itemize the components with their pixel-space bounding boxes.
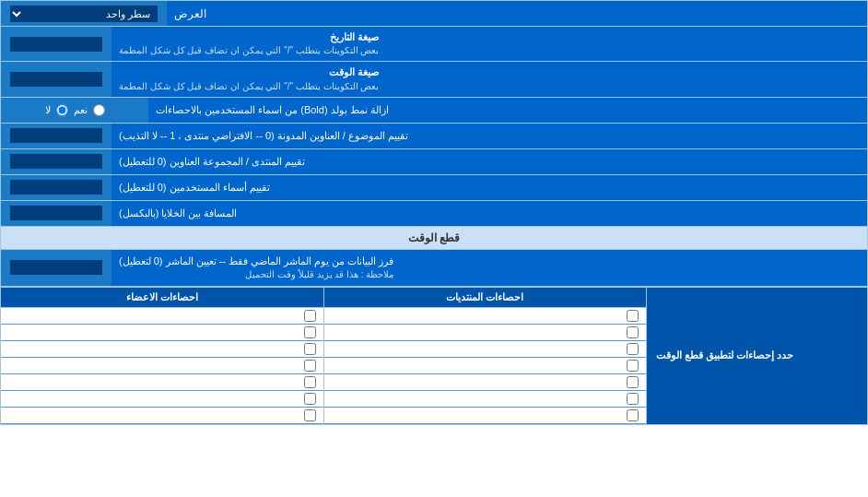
user-sort-input[interactable]: 0 [10, 180, 102, 195]
stats-forums-header: احصاءات المنتديات [324, 288, 647, 308]
stat-member-0-checkbox[interactable] [304, 310, 316, 322]
stats-item: آخر المشاركات [324, 308, 647, 325]
stats-item: أعلى الداعين [1, 358, 323, 374]
stats-item: اكثر المواضيع مشاهدة [324, 341, 647, 358]
time-format-label: صيغة الوقت بعض التكوينات يتطلب "/" التي … [111, 62, 867, 96]
bold-remove-label: ازالة نمط بولد (Bold) من اسماء المستخدمي… [148, 98, 867, 123]
stats-item: آخر مشاركات المدونة [324, 408, 647, 424]
stat-member-3-checkbox[interactable] [304, 360, 316, 372]
limit-label: حدد إحصاءات لتطبيق قطع الوقت [646, 288, 867, 424]
forum-sort-label: تقييم المنتدى / المجموعة العناوين (0 للت… [111, 149, 867, 174]
stats-item: المواضيع الساخنة [324, 358, 647, 374]
stats-members-header: احصاءات الاعضاء [1, 288, 323, 308]
time-format-input-cell: H:i [1, 62, 111, 96]
stat-forum-4-checkbox[interactable] [627, 376, 639, 388]
stat-forum-0-checkbox[interactable] [627, 310, 639, 322]
bold-yes-label: نعم [74, 104, 88, 116]
topic-sort-label: تقييم الموضوع / العناوين المدونة (0 -- ا… [111, 124, 867, 148]
user-sort-input-cell: 0 [1, 175, 111, 200]
dropdown-cell: سطر واحد [1, 1, 167, 26]
stats-item: أعلى المشاركين [1, 341, 323, 358]
stat-forum-5-checkbox[interactable] [627, 393, 639, 405]
stats-item: المنتديات الاكثر شبية [324, 374, 647, 391]
bold-no-radio[interactable] [56, 104, 68, 116]
stat-member-4-checkbox[interactable] [304, 376, 316, 388]
stats-item: الاعضاء الجدد [1, 308, 323, 325]
stat-forum-6-checkbox[interactable] [627, 409, 639, 421]
stats-item: الاكثر شكراً [1, 391, 323, 408]
cell-spacing-input[interactable]: 2 [10, 206, 102, 220]
date-format-input-cell: d-m [1, 27, 111, 61]
time-format-input[interactable]: H:i [10, 72, 102, 87]
cell-spacing-input-cell: 2 [1, 201, 111, 226]
forum-sort-input[interactable]: 33 [10, 154, 102, 169]
bold-remove-radio-cell: نعم لا [1, 98, 148, 123]
stats-item: أعلى كتاب المواضيع [1, 325, 323, 341]
stat-member-6-checkbox[interactable] [304, 409, 316, 421]
time-section-label: فرز البيانات من يوم الماشر الماضي فقط --… [111, 250, 867, 286]
user-sort-label: تقييم أسماء المستخدمين (0 للتعطيل) [111, 175, 867, 200]
topic-sort-input-cell: 33 [1, 124, 111, 148]
bold-no-label: لا [45, 104, 51, 116]
stats-item: آخر أخبار المنتدى [324, 325, 647, 341]
stat-forum-2-checkbox[interactable] [627, 343, 639, 355]
display-label: العرض [167, 1, 867, 26]
stat-member-2-checkbox[interactable] [304, 343, 316, 355]
stats-item: الأعلى تقييم [1, 374, 323, 391]
topic-sort-input[interactable]: 33 [10, 128, 102, 143]
date-format-input[interactable]: d-m [10, 37, 102, 52]
display-dropdown[interactable]: سطر واحد [10, 6, 158, 22]
time-section-input-cell: 0 [1, 250, 111, 286]
forum-sort-input-cell: 33 [1, 149, 111, 174]
stat-forum-3-checkbox[interactable] [627, 360, 639, 372]
time-section-header: قطع الوقت [1, 227, 867, 250]
stat-member-1-checkbox[interactable] [304, 326, 316, 338]
date-format-label: صيغة التاريخ بعض التكوينات يتطلب "/" الت… [111, 27, 867, 61]
time-section-input[interactable]: 0 [10, 260, 102, 275]
stats-item: أعلى المخالفين [1, 408, 323, 424]
stat-member-5-checkbox[interactable] [304, 393, 316, 405]
cell-spacing-label: المسافة بين الخلايا (بالبكسل) [111, 201, 867, 226]
stat-forum-1-checkbox[interactable] [627, 326, 639, 338]
stats-item: أحدث الإعلانات المبوبة [324, 391, 647, 408]
bold-yes-radio[interactable] [93, 104, 105, 116]
